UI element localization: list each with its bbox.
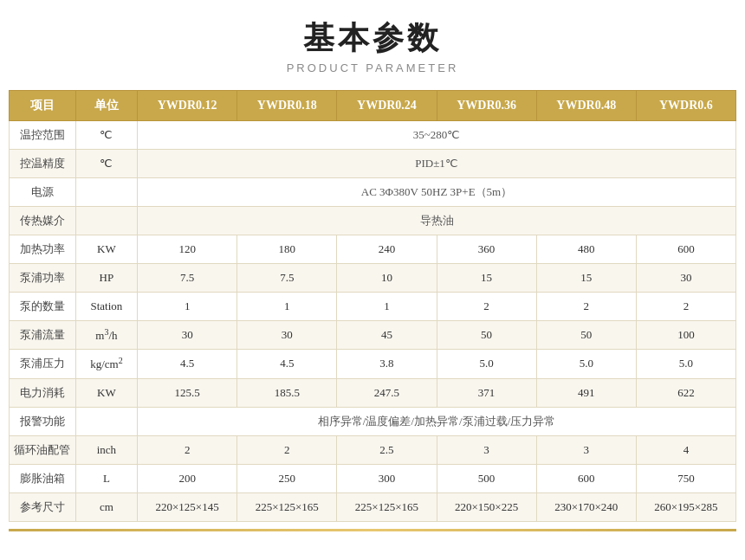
row-value-4-5: 600 — [636, 235, 735, 264]
row-item-12: 膨胀油箱 — [10, 464, 76, 492]
row-value-9-5: 622 — [636, 378, 735, 407]
row-value-13-5: 260×195×285 — [636, 492, 735, 521]
product-table: 项目单位YWDR0.12YWDR0.18YWDR0.24YWDR0.36YWDR… — [9, 90, 736, 522]
row-value-11-2: 2.5 — [337, 435, 437, 464]
table-row: 温控范围℃35~280℃ — [10, 121, 736, 150]
row-unit-3 — [75, 207, 137, 235]
row-value-7-2: 45 — [337, 321, 437, 350]
row-unit-7: m3/h — [75, 321, 137, 350]
table-row: 电力消耗KW125.5185.5247.5371491622 — [10, 378, 736, 407]
row-value-5-5: 30 — [636, 264, 735, 293]
product-table-wrap: 项目单位YWDR0.12YWDR0.18YWDR0.24YWDR0.36YWDR… — [9, 90, 736, 522]
row-value-13-3: 220×150×225 — [437, 492, 536, 521]
row-value-8-1: 4.5 — [237, 350, 337, 378]
header-cell-ywdr018: YWDR0.18 — [237, 91, 337, 121]
row-item-4: 加热功率 — [10, 235, 76, 264]
row-value-11-1: 2 — [237, 435, 337, 464]
table-row: 控温精度℃PID±1℃ — [10, 150, 736, 178]
row-unit-12: L — [75, 464, 137, 492]
row-value-13-0: 220×125×145 — [138, 492, 237, 521]
row-item-9: 电力消耗 — [10, 378, 76, 407]
row-value-5-2: 10 — [337, 264, 437, 293]
bottom-decorative-line — [9, 529, 736, 531]
row-item-1: 控温精度 — [10, 150, 76, 178]
row-item-11: 循环油配管 — [10, 435, 76, 464]
row-item-0: 温控范围 — [10, 121, 76, 150]
row-value-5-4: 15 — [536, 264, 636, 293]
row-value-7-0: 30 — [138, 321, 237, 350]
row-value-13-1: 225×125×165 — [237, 492, 337, 521]
row-unit-5: HP — [75, 264, 137, 293]
row-unit-10 — [75, 407, 137, 435]
row-unit-11: inch — [75, 435, 137, 464]
header-cell-item: 项目 — [10, 91, 76, 121]
row-value-12-5: 750 — [636, 464, 735, 492]
row-value-8-3: 5.0 — [437, 350, 536, 378]
row-span-value-2: AC 3Φ380V 50HZ 3P+E（5m） — [138, 178, 736, 207]
row-span-value-3: 导热油 — [138, 207, 736, 235]
row-unit-2 — [75, 178, 137, 207]
table-row: 膨胀油箱L200250300500600750 — [10, 464, 736, 492]
table-row: 循环油配管inch222.5334 — [10, 435, 736, 464]
row-value-9-3: 371 — [437, 378, 536, 407]
row-item-10: 报警功能 — [10, 407, 76, 435]
row-value-9-4: 491 — [536, 378, 636, 407]
row-item-2: 电源 — [10, 178, 76, 207]
row-value-7-5: 100 — [636, 321, 735, 350]
row-unit-4: KW — [75, 235, 137, 264]
row-unit-0: ℃ — [75, 121, 137, 150]
header-cell-ywdr012: YWDR0.12 — [138, 91, 237, 121]
row-value-4-4: 480 — [536, 235, 636, 264]
table-row: 泵浦流量m3/h3030455050100 — [10, 321, 736, 350]
row-value-8-0: 4.5 — [138, 350, 237, 378]
row-value-12-3: 500 — [437, 464, 536, 492]
row-value-4-1: 180 — [237, 235, 337, 264]
table-row: 电源AC 3Φ380V 50HZ 3P+E（5m） — [10, 178, 736, 207]
row-value-6-1: 1 — [237, 293, 337, 321]
table-row: 泵浦压力kg/cm24.54.53.85.05.05.0 — [10, 350, 736, 378]
title-section: 基本参数 PRODUCT PARAMETER — [287, 17, 459, 74]
row-value-11-5: 4 — [636, 435, 735, 464]
row-value-6-2: 1 — [337, 293, 437, 321]
row-item-7: 泵浦流量 — [10, 321, 76, 350]
table-row: 泵浦功率HP7.57.510151530 — [10, 264, 736, 293]
row-unit-8: kg/cm2 — [75, 350, 137, 378]
row-value-12-0: 200 — [138, 464, 237, 492]
row-value-13-2: 225×125×165 — [337, 492, 437, 521]
row-value-11-3: 3 — [437, 435, 536, 464]
row-span-value-0: 35~280℃ — [138, 121, 736, 150]
table-body: 温控范围℃35~280℃控温精度℃PID±1℃电源AC 3Φ380V 50HZ … — [10, 121, 736, 522]
row-value-6-3: 2 — [437, 293, 536, 321]
row-span-value-1: PID±1℃ — [138, 150, 736, 178]
page-title-cn: 基本参数 — [287, 17, 459, 60]
table-row: 报警功能相序异常/温度偏差/加热异常/泵浦过载/压力异常 — [10, 407, 736, 435]
row-item-5: 泵浦功率 — [10, 264, 76, 293]
row-item-13: 参考尺寸 — [10, 492, 76, 521]
row-value-8-4: 5.0 — [536, 350, 636, 378]
table-row: 加热功率KW120180240360480600 — [10, 235, 736, 264]
table-row: 参考尺寸cm220×125×145225×125×165225×125×1652… — [10, 492, 736, 521]
row-item-8: 泵浦压力 — [10, 350, 76, 378]
row-value-11-0: 2 — [138, 435, 237, 464]
row-value-11-4: 3 — [536, 435, 636, 464]
row-value-7-1: 30 — [237, 321, 337, 350]
header-cell-ywdr036: YWDR0.36 — [437, 91, 536, 121]
header-cell-ywdr048: YWDR0.48 — [536, 91, 636, 121]
row-value-7-4: 50 — [536, 321, 636, 350]
row-value-9-1: 185.5 — [237, 378, 337, 407]
row-value-12-4: 600 — [536, 464, 636, 492]
row-unit-13: cm — [75, 492, 137, 521]
row-span-value-10: 相序异常/温度偏差/加热异常/泵浦过载/压力异常 — [138, 407, 736, 435]
row-value-12-1: 250 — [237, 464, 337, 492]
header-cell-unit: 单位 — [75, 91, 137, 121]
header-cell-ywdr024: YWDR0.24 — [337, 91, 437, 121]
page-title-en: PRODUCT PARAMETER — [287, 61, 459, 74]
row-item-3: 传热媒介 — [10, 207, 76, 235]
row-value-4-2: 240 — [337, 235, 437, 264]
row-value-5-1: 7.5 — [237, 264, 337, 293]
row-value-5-0: 7.5 — [138, 264, 237, 293]
row-value-6-0: 1 — [138, 293, 237, 321]
row-value-6-5: 2 — [636, 293, 735, 321]
table-header-row: 项目单位YWDR0.12YWDR0.18YWDR0.24YWDR0.36YWDR… — [10, 91, 736, 121]
row-value-7-3: 50 — [437, 321, 536, 350]
